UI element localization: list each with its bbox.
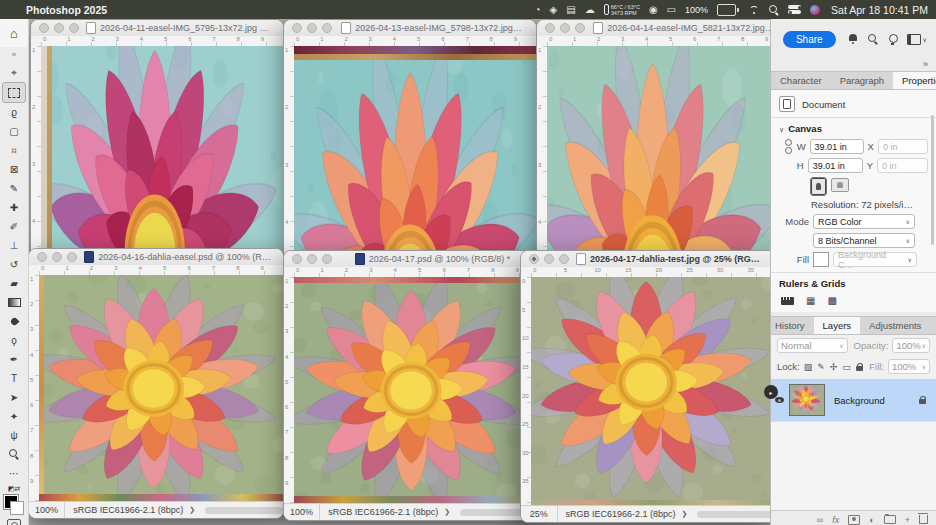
canvas-section-header[interactable]: ∨Canvas (771, 117, 936, 137)
document-window-6-active[interactable]: 2026-04-17-dahlia-test.jpg @ 25% (RGB/8)… (520, 250, 777, 523)
status-chevron-icon[interactable]: ❯ (682, 510, 688, 518)
document-window-5[interactable]: 2026-04-17.psd @ 100% (RGB/8) * 01234567… (283, 250, 539, 521)
status-chevron-icon[interactable]: ❯ (444, 508, 450, 516)
background-color[interactable] (10, 501, 24, 515)
document-window-4[interactable]: 2026-04-16-dahlia-easel.psd @ 100% (R… 0… (28, 248, 284, 519)
y-input[interactable]: 0 in (877, 158, 928, 173)
path-selection-tool[interactable]: ➤ (3, 388, 25, 407)
zoom-button[interactable] (575, 23, 585, 33)
color-profile-label[interactable]: sRGB IEC61966-2.1 (8bpc) (73, 505, 183, 515)
tab-history[interactable]: History (771, 317, 814, 334)
lock-pixels-icon[interactable]: ✎ (817, 362, 825, 372)
window-titlebar[interactable]: 2026-04-17.psd @ 100% (RGB/8) * (284, 251, 538, 268)
quick-mask-icon[interactable] (7, 519, 21, 525)
share-button[interactable]: Share (783, 31, 836, 48)
tab-properties[interactable]: Properties (893, 72, 936, 89)
zoom-button[interactable] (322, 23, 332, 33)
gradient-tool[interactable] (3, 293, 25, 312)
zoom-button[interactable] (69, 23, 79, 33)
lock-artboard-icon[interactable]: ▭ (842, 362, 851, 372)
lock-transparency-icon[interactable]: ▨ (804, 362, 813, 372)
timer-icon[interactable]: ◔ (535, 4, 541, 15)
record-icon[interactable]: ◉ (649, 4, 658, 15)
close-button[interactable] (292, 23, 302, 33)
collapse-panels-icon[interactable]: » (771, 59, 936, 71)
workspace-switcher-icon[interactable]: ∨ (907, 34, 927, 45)
link-layers-icon[interactable]: ∞ (817, 515, 823, 525)
portrait-orientation-button[interactable] (811, 178, 826, 195)
eyedropper-tool[interactable]: ✎ (3, 179, 25, 198)
tab-paragraph[interactable]: Paragraph (831, 72, 893, 89)
zoom-button[interactable] (67, 252, 77, 262)
eraser-tool[interactable]: ▰ (3, 274, 25, 293)
default-colors-icon[interactable]: ◩⇄ (8, 485, 20, 493)
brush-tool[interactable]: ✐ (3, 217, 25, 236)
layer-effects-icon[interactable]: fx (832, 515, 839, 525)
canvas[interactable] (294, 277, 538, 504)
zoom-level-field[interactable]: 25% (521, 506, 558, 522)
canvas[interactable] (39, 275, 283, 502)
window-titlebar[interactable]: 2026-04-17-dahlia-test.jpg @ 25% (RGB/8)… (521, 251, 776, 268)
zoom-level-field[interactable]: 100% (284, 504, 320, 520)
notifications-bell-icon[interactable] (848, 34, 858, 44)
opacity-input[interactable]: 100%∨ (892, 338, 930, 353)
window-titlebar[interactable]: 2026-04-16-dahlia-easel.psd @ 100% (R… (29, 249, 283, 266)
landscape-orientation-button[interactable] (831, 178, 849, 192)
blur-tool[interactable] (3, 312, 25, 331)
new-group-icon[interactable] (884, 515, 896, 524)
canvas[interactable] (531, 277, 776, 506)
horizontal-scrollbar[interactable] (205, 507, 283, 514)
fill-opacity-input[interactable]: 100%∨ (888, 359, 930, 374)
zoom-button[interactable] (559, 254, 569, 264)
zoom-tool[interactable] (3, 445, 25, 464)
grid-toggle-icon[interactable]: ▦ (806, 295, 815, 306)
tab-character[interactable]: Character (771, 72, 831, 89)
blend-mode-select[interactable]: Normal∨ (777, 338, 848, 353)
tab-layers[interactable]: Layers (814, 317, 861, 334)
panel-menu-icon[interactable]: ≡ (930, 317, 936, 334)
home-button[interactable]: ⌂ (0, 19, 29, 47)
custom-shape-tool[interactable]: ✦ (3, 407, 25, 426)
control-center-icon[interactable] (788, 5, 801, 14)
minimize-button[interactable] (52, 252, 62, 262)
width-input[interactable]: 39.01 in (810, 139, 864, 154)
minimize-button[interactable] (307, 254, 317, 264)
lock-position-icon[interactable]: ✢ (830, 362, 838, 372)
type-tool[interactable]: T (3, 369, 25, 388)
layer-thumbnail[interactable] (789, 384, 825, 416)
close-button[interactable] (37, 252, 47, 262)
status-chevron-icon[interactable]: ❯ (189, 506, 195, 514)
close-button[interactable] (529, 254, 539, 264)
lasso-tool[interactable]: ϱ (3, 103, 25, 122)
lock-all-icon[interactable] (856, 363, 863, 371)
notes-icon[interactable]: ▤ (566, 4, 575, 15)
color-profile-label[interactable]: sRGB IEC61966-2.1 (8bpc) (566, 509, 676, 519)
window-titlebar[interactable]: 2026-04-13-easel-IMG_5798-13x72.jpg… (284, 20, 536, 37)
close-button[interactable] (39, 23, 49, 33)
new-layer-icon[interactable]: + (905, 515, 910, 525)
height-input[interactable]: 39.01 in (808, 158, 863, 173)
edit-toolbar[interactable]: ⋯ (3, 464, 25, 483)
rectangular-marquee-tool[interactable] (2, 82, 26, 103)
color-swatches[interactable] (4, 495, 24, 515)
minimize-button[interactable] (54, 23, 64, 33)
wifi-icon[interactable] (748, 5, 760, 14)
bit-depth-select[interactable]: 8 Bits/Channel∨ (813, 233, 915, 248)
guides-toggle-icon[interactable]: ▩ (827, 295, 836, 306)
fill-color-swatch[interactable] (813, 252, 829, 267)
crop-tool[interactable]: ⌗ (3, 141, 25, 160)
link-dimensions-icon[interactable] (785, 139, 793, 154)
layer-lock-icon[interactable] (919, 396, 926, 404)
battery-icon[interactable] (717, 4, 739, 16)
properties-scrollbar[interactable] (931, 115, 934, 245)
delete-layer-icon[interactable] (919, 515, 928, 524)
ruler-toggle-icon[interactable] (781, 297, 794, 305)
x-input[interactable]: 0 in (878, 139, 928, 154)
window-titlebar[interactable]: 2026-04-14-easel-IMG_5821-13x72.jpg… (537, 20, 787, 37)
menu-clock[interactable]: Sat Apr 18 10:41 PM (831, 4, 928, 16)
dodge-tool[interactable]: ϙ (3, 331, 25, 350)
toolbar-collapse-icon[interactable]: » (12, 50, 16, 59)
app-menu[interactable]: Photoshop 2025 (26, 4, 107, 16)
temperature-widget[interactable]: 66°C / 63°C3473 RPM (604, 4, 640, 16)
close-button[interactable] (292, 254, 302, 264)
